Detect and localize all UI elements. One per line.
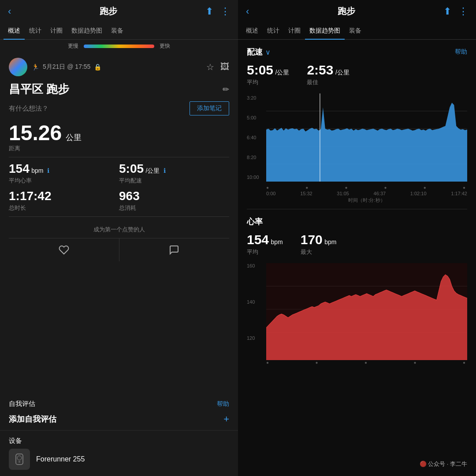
pace-metric-section: 配速 ∨ 帮助 5:05 /公里 平均 2:53 /公里 xyxy=(238,40,476,204)
pace-dropdown-icon[interactable]: ∨ xyxy=(265,48,271,56)
pace-metric-title: 配速 xyxy=(247,47,263,57)
right-header-title: 跑步 xyxy=(338,5,355,17)
hr-avg-value: 154 xyxy=(247,232,269,247)
pace-x-2: 31:05 xyxy=(337,191,349,196)
social-buttons xyxy=(9,238,229,261)
self-eval-add-icon[interactable]: + xyxy=(223,413,229,425)
hr-y-120: 120 xyxy=(247,335,266,341)
distance-value: 15.26 xyxy=(9,121,62,145)
activity-sport-icon: 🏃 xyxy=(32,63,39,71)
pace-best-stat: 2:53 /公里 最佳 xyxy=(307,63,349,86)
pace-y-label-2: 6:40 xyxy=(247,135,266,140)
left-header-title: 跑步 xyxy=(100,5,117,17)
pace-x-labels: 0:00 15:32 31:05 46:37 1:02:10 1:17:42 xyxy=(247,191,467,196)
self-eval-title: 自我评估 xyxy=(9,400,35,408)
duration-value: 1:17:42 xyxy=(9,189,52,203)
calories-value: 963 xyxy=(119,189,140,203)
pace-fast-label: 更快 xyxy=(160,42,170,50)
pace-best-label: 最佳 xyxy=(307,78,349,86)
note-placeholder: 有什么想法？ xyxy=(9,104,48,113)
pace-x-3: 46:37 xyxy=(374,191,386,196)
pace-info-icon[interactable]: ℹ xyxy=(164,167,166,174)
pace-chart-area xyxy=(266,93,467,182)
right-tab-trends[interactable]: 数据趋势图 xyxy=(305,22,345,39)
hr-avg-unit: bpm xyxy=(271,238,283,245)
activity-date: 5月21日 @ 17:55 xyxy=(43,63,90,71)
device-section-title: 设备 xyxy=(0,431,238,449)
pace-avg-label: 平均 xyxy=(247,78,289,86)
watermark: 🔴 公众号 · 李二牛 xyxy=(420,460,467,468)
right-share-button[interactable]: ⬆ xyxy=(443,6,451,17)
left-panel: ‹ 跑步 ⬆ ⋮ 概述 统计 计圈 数据趋势图 装备 更慢 更快 🏃 5月21日… xyxy=(0,0,238,476)
left-scroll-content: 🏃 5月21日 @ 17:55 🔒 ☆ 🖼 昌平区 跑步 ✏ 有什么想法？ 添加… xyxy=(0,52,238,394)
pace-avg-unit: /公里 xyxy=(275,69,290,76)
right-tab-gear[interactable]: 装备 xyxy=(345,22,366,39)
left-tab-stats[interactable]: 统计 xyxy=(25,22,46,39)
hr-info-icon[interactable]: ℹ xyxy=(47,167,49,174)
left-back-button[interactable]: ‹ xyxy=(8,6,11,17)
self-eval-help[interactable]: 帮助 xyxy=(217,400,229,408)
pace-x-axis-title: 时间（时:分:秒） xyxy=(247,197,467,204)
pace-y-label-3: 8:20 xyxy=(247,155,266,160)
activity-title: 昌平区 跑步 xyxy=(9,82,69,97)
hr-max-value: 170 xyxy=(301,232,323,247)
left-tab-trends[interactable]: 数据趋势图 xyxy=(67,22,107,39)
left-tab-gear[interactable]: 装备 xyxy=(107,22,128,39)
distance-label: 距离 xyxy=(9,145,229,152)
left-header: ‹ 跑步 ⬆ ⋮ xyxy=(0,0,238,22)
hr-y-labels: 160 140 120 xyxy=(247,263,266,360)
main-distance: 15.26 公里 距离 xyxy=(9,123,229,152)
pace-metric-header: 配速 ∨ 帮助 xyxy=(247,47,467,57)
hr-unit: bpm xyxy=(31,167,43,174)
add-note-button[interactable]: 添加笔记 xyxy=(190,101,229,115)
divider-2 xyxy=(9,216,229,217)
hr-max-label: 最大 xyxy=(301,248,337,256)
like-button[interactable] xyxy=(9,238,119,261)
star-icon[interactable]: ☆ xyxy=(206,62,214,72)
divider-1 xyxy=(9,157,229,157)
comment-button[interactable] xyxy=(119,238,230,261)
activity-action-icons: ☆ 🖼 xyxy=(206,62,229,72)
right-header: ‹ 跑步 ⬆ ⋮ xyxy=(238,0,476,22)
right-back-button[interactable]: ‹ xyxy=(246,6,249,17)
distance-unit: 公里 xyxy=(66,133,82,142)
right-header-actions: ⬆ ⋮ xyxy=(443,6,468,17)
right-scroll-content: 配速 ∨ 帮助 5:05 /公里 平均 2:53 /公里 xyxy=(238,40,476,476)
pace-bar-section: 更慢 更快 xyxy=(0,40,238,52)
svg-rect-1 xyxy=(17,456,22,460)
left-tabs: 概述 统计 计圈 数据趋势图 装备 xyxy=(0,22,238,40)
left-more-button[interactable]: ⋮ xyxy=(220,6,230,17)
pace-chart: 3:20 5:00 6:40 8:20 10:00 xyxy=(247,93,467,182)
left-share-button[interactable]: ⬆ xyxy=(205,6,213,17)
right-more-button[interactable]: ⋮ xyxy=(458,6,468,17)
note-row: 有什么想法？ 添加笔记 xyxy=(9,101,229,115)
pace-label: 平均配速 xyxy=(119,177,229,185)
pace-unit: /公里 xyxy=(146,167,160,174)
hr-avg-label: 平均 xyxy=(247,248,283,256)
right-tab-overview[interactable]: 概述 xyxy=(242,22,263,39)
duration-label: 总时长 xyxy=(9,204,119,212)
activity-header: 🏃 5月21日 @ 17:55 🔒 ☆ 🖼 xyxy=(9,58,229,76)
pace-best-unit: /公里 xyxy=(335,69,350,76)
avatar xyxy=(9,58,27,76)
right-tab-stats[interactable]: 统计 xyxy=(263,22,284,39)
self-eval-header: 自我评估 帮助 xyxy=(0,394,238,408)
pace-x-1: 15:32 xyxy=(300,191,312,196)
svg-marker-7 xyxy=(266,103,467,182)
pace-help-button[interactable]: 帮助 xyxy=(455,48,467,56)
edit-icon[interactable]: ✏ xyxy=(223,85,229,94)
lock-icon: 🔒 xyxy=(94,63,101,71)
stat-heart-rate: 154 bpm ℹ 平均心率 xyxy=(9,162,119,185)
pace-y-label-0: 3:20 xyxy=(247,95,266,100)
self-eval-add-label: 添加自我评估 xyxy=(9,414,56,424)
right-tab-laps[interactable]: 计圈 xyxy=(284,22,305,39)
stat-duration: 1:17:42 总时长 xyxy=(9,189,119,212)
stats-grid: 154 bpm ℹ 平均心率 5:05 /公里 ℹ 平均配速 1:17:42 总… xyxy=(9,162,229,212)
add-photo-icon[interactable]: 🖼 xyxy=(220,62,229,72)
left-tab-laps[interactable]: 计圈 xyxy=(46,22,67,39)
calories-label: 总消耗 xyxy=(119,204,229,212)
hr-avg-stat: 154 bpm 平均 xyxy=(247,232,283,256)
self-eval-add-row: 添加自我评估 + xyxy=(0,408,238,431)
hr-y-140: 140 xyxy=(247,299,266,305)
left-tab-overview[interactable]: 概述 xyxy=(4,22,25,39)
